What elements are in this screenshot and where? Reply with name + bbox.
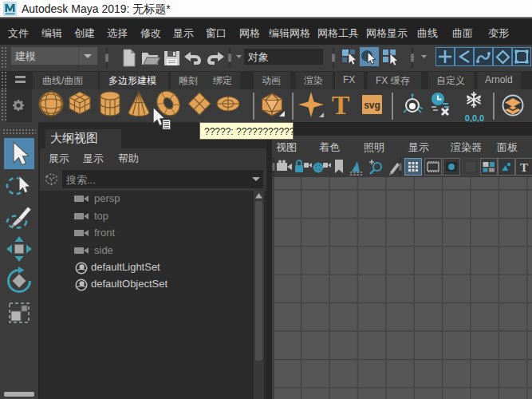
svg-text:T: T bbox=[520, 161, 528, 174]
svg-text:T: T bbox=[332, 90, 350, 120]
svg-text:0,0,0: 0,0,0 bbox=[465, 113, 484, 122]
svg-text:svg: svg bbox=[364, 100, 380, 111]
